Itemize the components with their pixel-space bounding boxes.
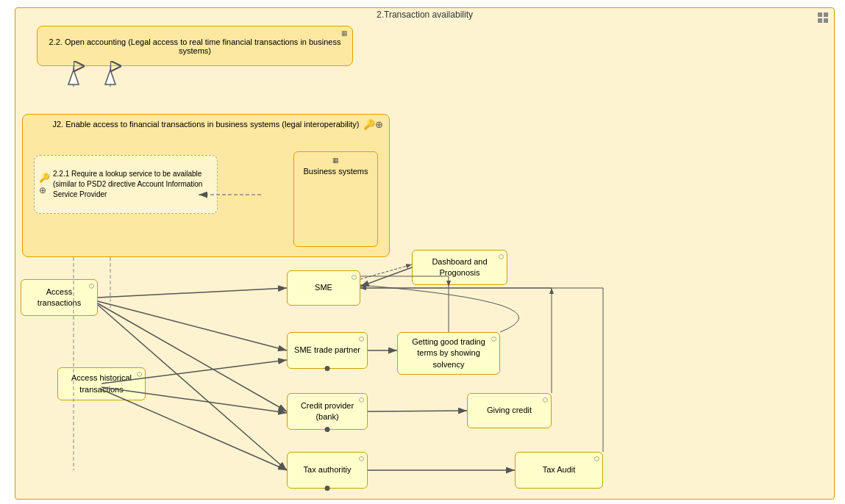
outer-box-title: 2.Transaction availability <box>15 7 834 23</box>
good-trading-box[interactable]: Getting good trading terms by showing so… <box>397 332 500 375</box>
access-transactions-box[interactable]: Access transactions ⬡ <box>21 279 98 316</box>
lookup-label: 2.2.1 Require a lookup service to be ava… <box>53 169 213 200</box>
icon-credit-provider: ⬡ <box>359 396 364 404</box>
sme-label: SME <box>315 282 332 293</box>
icon-sme-trade: ⬡ <box>359 335 364 343</box>
dashboard-box[interactable]: Dashboard and Progonosis ⬡ <box>412 250 507 285</box>
dot-tax-authority <box>325 486 330 491</box>
icon-good-trading: ⬡ <box>491 335 496 343</box>
access-historical-box[interactable]: Access historical transactions ⬡ <box>57 367 146 400</box>
sme-trade-label: SME trade partner <box>294 345 360 356</box>
sme-box[interactable]: SME ⬡ <box>287 270 360 306</box>
credit-provider-box[interactable]: Credit provider (bank) ⬡ <box>287 393 368 430</box>
good-trading-label: Getting good trading terms by showing so… <box>402 336 495 370</box>
dashboard-label: Dashboard and Progonosis <box>417 256 502 279</box>
icon-tax-audit: ⬡ <box>594 455 599 463</box>
icon-access-transactions: ⬡ <box>89 282 94 290</box>
icon-tax-authority: ⬡ <box>359 455 364 463</box>
business-systems-box[interactable]: ▦ Business systems <box>293 151 378 247</box>
stack-icon-bs: ▦ <box>332 156 339 164</box>
icon-giving-credit: ⬡ <box>543 396 548 404</box>
access-transactions-label: Access transactions <box>26 287 93 309</box>
giving-credit-box[interactable]: Giving credit ⬡ <box>467 393 552 428</box>
icon-access-historical: ⬡ <box>137 370 142 378</box>
sme-trade-box[interactable]: SME trade partner ⬡ <box>287 332 368 369</box>
lookup-service-box[interactable]: 🔑⊕ 2.2.1 Require a lookup service to be … <box>34 155 218 214</box>
enable-access-box[interactable]: J2. Enable access to financial transacti… <box>22 114 390 257</box>
tax-authority-label: Tax authoritiy <box>304 464 352 475</box>
lock-icon: 🔑⊕ <box>363 119 383 130</box>
access-historical-label: Access historical transactions <box>63 372 140 395</box>
tax-audit-label: Tax Audit <box>543 464 576 475</box>
enable-access-title: J2. Enable access to financial transacti… <box>23 115 389 133</box>
stack-icon: ▦ <box>341 29 348 37</box>
icon-dashboard: ⬡ <box>499 253 504 261</box>
business-systems-label: Business systems <box>302 165 369 177</box>
key-icon: 🔑⊕ <box>39 172 50 197</box>
dot-credit-provider <box>325 427 330 432</box>
open-accounting-label: 2.2. Open accounting (Legal access to re… <box>43 37 346 55</box>
tax-audit-box[interactable]: Tax Audit ⬡ <box>515 452 603 489</box>
tax-authority-box[interactable]: Tax authoritiy ⬡ <box>287 452 368 489</box>
grid-icon <box>818 12 828 23</box>
open-accounting-box[interactable]: 2.2. Open accounting (Legal access to re… <box>37 26 353 66</box>
icon-sme: ⬡ <box>352 273 357 281</box>
credit-provider-label: Credit provider (bank) <box>292 400 363 423</box>
giving-credit-label: Giving credit <box>487 405 532 416</box>
dot-sme-trade <box>325 366 330 371</box>
